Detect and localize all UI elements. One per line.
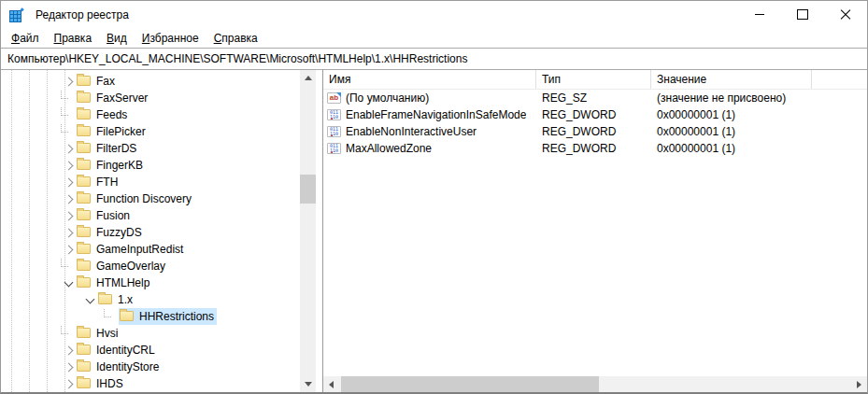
tree-item-hhrestrictions[interactable]: HHRestrictions — [1, 308, 294, 325]
tree-item-function-discovery[interactable]: Function Discovery — [1, 190, 294, 207]
menu-bar: ФайлПравкаВидИзбранноеСправка — [1, 28, 867, 48]
tree-item-content: HHRestrictions — [119, 308, 217, 325]
string-value-icon: ab — [327, 92, 341, 104]
list-header: Имя Тип Значение — [323, 70, 867, 90]
tree-item-fusion[interactable]: Fusion — [1, 207, 294, 224]
chevron-right-icon[interactable] — [64, 77, 73, 86]
menu-item-help[interactable]: Справка — [206, 30, 265, 47]
tree-arrow-box — [82, 298, 97, 303]
tree-item-feeds[interactable]: Feeds — [1, 106, 294, 123]
tree-item-label: Feeds — [96, 107, 127, 121]
tree-vertical-scrollbar[interactable] — [300, 70, 316, 392]
registry-value-row[interactable]: ab(По умолчанию)REG_SZ(значение не присв… — [323, 90, 867, 106]
tree-connector — [61, 124, 68, 133]
tree-item-gameoverlay[interactable]: GameOverlay — [1, 258, 294, 274]
chevron-right-icon[interactable] — [64, 211, 73, 220]
folder-icon — [77, 176, 91, 187]
menu-item-edit[interactable]: Правка — [47, 30, 100, 47]
tree-item-fingerkb[interactable]: FingerKB — [1, 157, 294, 174]
vertical-scrollbar-thumb[interactable] — [300, 175, 316, 204]
folder-icon — [77, 160, 91, 170]
column-header-name[interactable]: Имя — [323, 70, 536, 89]
tree-item-filterds[interactable]: FilterDS — [1, 140, 294, 157]
tree-item-content: Feeds — [76, 106, 130, 123]
value-data: 0x00000001 (1) — [651, 108, 812, 121]
tree-arrow-box — [61, 213, 76, 219]
address-input[interactable] — [1, 49, 867, 69]
tree-item-faxserver[interactable]: FaxServer — [1, 90, 294, 106]
chevron-right-icon[interactable] — [64, 161, 73, 170]
tree-arrow-box — [61, 124, 76, 139]
tree-item-identitycrl[interactable]: IdentityCRL — [1, 342, 294, 359]
tree-item-content: HTMLHelp — [76, 274, 152, 291]
chevron-right-icon[interactable] — [64, 144, 73, 153]
tree-item-fax[interactable]: Fax — [1, 73, 294, 90]
registry-value-row[interactable]: 011110EnableNonInteractiveUserREG_DWORD0… — [323, 123, 867, 140]
chevron-down-icon[interactable] — [64, 277, 73, 287]
list-horizontal-scrollbar[interactable] — [323, 376, 867, 392]
maximize-button[interactable] — [781, 1, 824, 28]
tree-arrow-box — [61, 107, 76, 122]
chevron-right-icon[interactable] — [64, 245, 73, 254]
chevron-right-icon[interactable] — [64, 345, 73, 355]
chevron-right-icon[interactable] — [64, 194, 73, 204]
value-name: EnableNonInteractiveUser — [346, 125, 477, 138]
scroll-left-button[interactable] — [323, 376, 339, 392]
menu-item-file[interactable]: Файл — [4, 30, 47, 47]
tree-arrow-box — [61, 91, 76, 106]
folder-icon — [98, 294, 112, 304]
tree-item-content: FuzzyDS — [76, 224, 145, 241]
registry-value-row[interactable]: 011110MaxAllowedZoneREG_DWORD0x00000001 … — [323, 140, 867, 157]
column-header-type[interactable]: Тип — [536, 70, 651, 89]
menu-item-view[interactable]: Вид — [99, 30, 135, 47]
scroll-right-button[interactable] — [851, 376, 867, 392]
tree-item-htmlhelp[interactable]: HTMLHelp — [1, 274, 294, 291]
tree-item-fth[interactable]: FTH — [1, 174, 294, 190]
tree-arrow-box — [61, 196, 76, 203]
tree-item-hvsi[interactable]: Hvsi — [1, 325, 294, 342]
tree-arrow-box — [61, 347, 76, 354]
tree-item-gameinputredist[interactable]: GameInputRedist — [1, 241, 294, 258]
tree-item-content: GameOverlay — [76, 258, 168, 274]
tree-arrow-box — [61, 179, 76, 186]
chevron-right-icon[interactable] — [64, 228, 73, 237]
tree-item-filepicker[interactable]: FilePicker — [1, 123, 294, 140]
tree-arrow-box — [61, 146, 76, 152]
dword-value-icon: 011110 — [327, 126, 341, 137]
value-name-cell: ab(По умолчанию) — [323, 91, 536, 105]
tree-item-content: FilePicker — [76, 123, 149, 140]
tree-item-label: GameInputRedist — [96, 242, 183, 256]
horizontal-scrollbar-thumb[interactable] — [341, 376, 599, 392]
folder-icon — [77, 126, 91, 136]
tree-item-label: FuzzyDS — [96, 225, 142, 239]
chevron-right-icon[interactable] — [64, 362, 73, 372]
scroll-up-button[interactable] — [300, 70, 316, 86]
chevron-right-icon[interactable] — [64, 379, 73, 388]
tree-item-content: IdentityStore — [76, 359, 162, 375]
tree-item-fuzzyds[interactable]: FuzzyDS — [1, 224, 294, 241]
value-data: 0x00000001 (1) — [651, 142, 812, 155]
registry-value-row[interactable]: 011110EnableFrameNavigationInSafeModeREG… — [323, 106, 867, 123]
chevron-right-icon[interactable] — [64, 177, 73, 187]
tree-item-label: IHDS — [96, 376, 123, 390]
menu-item-favorites[interactable]: Избранное — [135, 30, 206, 47]
tree-item-ihds[interactable]: IHDS — [1, 375, 294, 392]
folder-icon — [77, 277, 91, 288]
tree-item-label: Fax — [96, 74, 115, 88]
tree-item-identitystore[interactable]: IdentityStore — [1, 359, 294, 375]
minimize-button[interactable] — [738, 1, 781, 28]
folder-icon — [77, 193, 91, 204]
close-button[interactable] — [824, 1, 867, 28]
chevron-down-icon[interactable] — [85, 294, 94, 303]
column-header-value-label: Значение — [657, 73, 706, 86]
value-type: REG_DWORD — [536, 125, 651, 138]
values-panel: Имя Тип Значение ab(По умолчанию)REG_SZ(… — [323, 70, 867, 392]
scroll-down-button[interactable] — [300, 376, 316, 392]
tree-item-1-x[interactable]: 1.x — [1, 291, 294, 308]
title-bar: Редактор реестра — [1, 1, 867, 28]
tree-item-label: Hvsi — [96, 326, 118, 340]
tree-item-label: IdentityStore — [96, 359, 159, 373]
column-header-value[interactable]: Значение — [651, 70, 812, 89]
tree-item-label: HTMLHelp — [96, 275, 149, 289]
value-name-cell: 011110EnableFrameNavigationInSafeMode — [323, 108, 536, 121]
